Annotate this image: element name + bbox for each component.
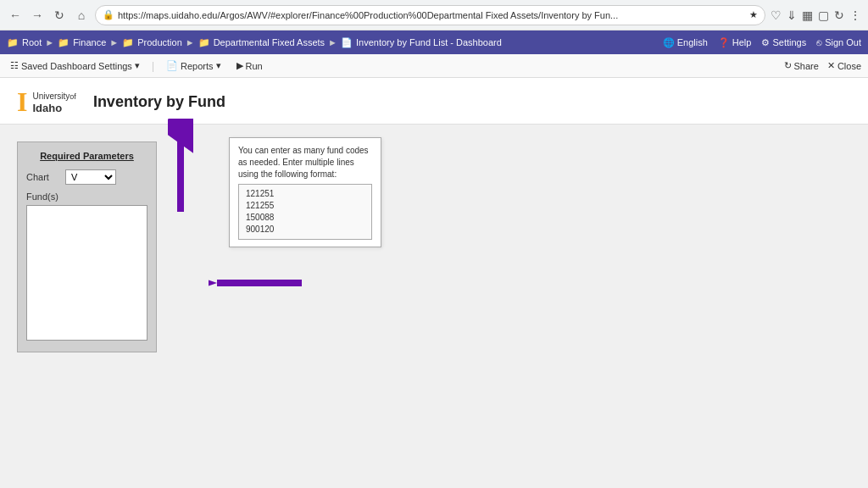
settings-link[interactable]: ⚙ Settings xyxy=(761,37,806,48)
breadcrumb-dept-fixed[interactable]: 📁 Departmental Fixed Assets xyxy=(198,37,325,48)
browser-icons: ♡ ⇓ ▦ ▢ ↻ ⋮ xyxy=(771,8,861,22)
chart-select[interactable]: V xyxy=(65,169,116,185)
signout-icon: ⎋ xyxy=(816,37,822,47)
run-button[interactable]: ▶ Run xyxy=(233,58,266,73)
home-button[interactable]: ⌂ xyxy=(73,7,90,24)
university-label: University xyxy=(32,92,70,101)
breadcrumb-sep-4: ► xyxy=(328,37,337,47)
reports-button[interactable]: 📄 Reports ▾ xyxy=(163,58,225,73)
tab-icon[interactable]: ▢ xyxy=(818,8,829,22)
nav-right: 🌐 English ❓ Help ⚙ Settings ⎋ Sign Out xyxy=(663,37,861,48)
address-bar[interactable]: 🔒 https://maps.uidaho.edu/Argos/AWV/#exp… xyxy=(95,5,765,25)
app-navbar: 📁 Root ► 📁 Finance ► 📁 Production ► 📁 De… xyxy=(0,30,868,54)
folder-icon-3: 📁 xyxy=(122,37,134,48)
breadcrumb-sep-1: ► xyxy=(45,37,54,47)
arrow-left-indicator xyxy=(209,273,302,293)
signout-label: Sign Out xyxy=(825,37,861,47)
signout-link[interactable]: ⎋ Sign Out xyxy=(816,37,861,47)
gear-icon: ⚙ xyxy=(761,37,770,48)
code-1: 121251 xyxy=(246,188,364,200)
refresh-button[interactable]: ↻ xyxy=(51,7,68,24)
funds-textarea[interactable] xyxy=(26,205,147,341)
help-label: Help xyxy=(732,37,752,47)
university-logo: I Universityof Idaho xyxy=(17,88,76,115)
tooltip-box: You can enter as many fund codes as need… xyxy=(229,137,381,247)
toolbar: ☷ Saved Dashboard Settings ▾ | 📄 Reports… xyxy=(0,54,868,78)
globe-icon: 🌐 xyxy=(663,37,675,48)
breadcrumb-inventory-label: Inventory by Fund List - Dashboard xyxy=(356,37,502,47)
share-label: Share xyxy=(794,61,819,71)
english-label: English xyxy=(677,37,708,47)
reports-label: Reports xyxy=(181,61,214,71)
english-link[interactable]: 🌐 English xyxy=(663,37,708,48)
close-label: Close xyxy=(837,61,861,71)
breadcrumb-sep-2: ► xyxy=(109,37,119,47)
reload-icon[interactable]: ↻ xyxy=(834,8,844,22)
logo-text: Universityof Idaho xyxy=(32,89,75,114)
dropdown-icon: ▾ xyxy=(135,60,140,71)
breadcrumb-finance-label: Finance xyxy=(73,37,106,47)
url-text: https://maps.uidaho.edu/Argos/AWV/#explo… xyxy=(118,10,618,20)
arrow-up-indicator xyxy=(168,119,193,212)
chart-label: Chart xyxy=(26,172,60,182)
breadcrumb-root-label: Root xyxy=(22,37,42,47)
breadcrumb-production[interactable]: 📁 Production xyxy=(122,37,182,48)
folder-icon: 📁 xyxy=(7,37,19,48)
close-button[interactable]: ✕ Close xyxy=(827,60,861,71)
settings-label: Settings xyxy=(772,37,806,47)
breadcrumb-root[interactable]: 📁 Root xyxy=(7,37,42,48)
toolbar-right: ↻ Share ✕ Close xyxy=(784,60,861,71)
main-content: I Universityof Idaho Inventory by Fund R… xyxy=(0,78,868,488)
content-area: Required Parameters Chart V Fund(s) xyxy=(0,125,868,369)
forward-button[interactable]: → xyxy=(29,7,46,24)
folder-icon-4: 📁 xyxy=(198,37,210,48)
run-label: Run xyxy=(246,61,263,71)
doc-icon: 📄 xyxy=(341,37,353,48)
share-button[interactable]: ↻ Share xyxy=(784,60,819,71)
browser-toolbar: ← → ↻ ⌂ 🔒 https://maps.uidaho.edu/Argos/… xyxy=(0,0,868,30)
tooltip-text: You can enter as many fund codes as need… xyxy=(238,145,372,180)
breadcrumb-inventory[interactable]: 📄 Inventory by Fund List - Dashboard xyxy=(341,37,502,48)
reports-dropdown-icon: ▾ xyxy=(216,60,221,71)
menu-icon[interactable]: ⋮ xyxy=(849,8,861,22)
breadcrumb-finance[interactable]: 📁 Finance xyxy=(58,37,106,48)
star-icon: ★ xyxy=(749,9,758,20)
chart-param-row: Chart V xyxy=(26,169,147,185)
idaho-label: Idaho xyxy=(32,102,62,114)
tooltip-codes: 121251 121255 150088 900120 xyxy=(238,184,372,240)
run-icon: ▶ xyxy=(236,60,243,71)
report-icon: 📄 xyxy=(166,60,178,71)
help-icon: ❓ xyxy=(718,37,730,48)
funds-label: Fund(s) xyxy=(26,191,147,202)
share-icon: ↻ xyxy=(784,60,792,71)
page-title: Inventory by Fund xyxy=(93,93,225,111)
funds-row: Fund(s) xyxy=(26,191,147,343)
breadcrumb-dept-label: Departmental Fixed Assets xyxy=(214,37,325,47)
toolbar-divider-1: | xyxy=(152,60,154,72)
help-link[interactable]: ❓ Help xyxy=(718,37,752,48)
code-2: 121255 xyxy=(246,200,364,212)
code-3: 150088 xyxy=(246,212,364,224)
breadcrumb-production-label: Production xyxy=(137,37,182,47)
lock-icon: 🔒 xyxy=(103,9,114,20)
of-label: of xyxy=(70,92,76,101)
params-panel: Required Parameters Chart V Fund(s) xyxy=(17,141,157,352)
folder-icon-2: 📁 xyxy=(58,37,70,48)
download-icon[interactable]: ⇓ xyxy=(787,8,797,22)
grid-icon: ☷ xyxy=(10,60,19,71)
saved-dashboard-label: Saved Dashboard Settings xyxy=(21,61,132,71)
params-title: Required Parameters xyxy=(26,151,147,161)
back-button[interactable]: ← xyxy=(7,7,24,24)
page-header: I Universityof Idaho Inventory by Fund xyxy=(0,78,868,125)
breadcrumb-sep-3: ► xyxy=(186,37,195,47)
code-4: 900120 xyxy=(246,224,364,236)
extensions-icon[interactable]: ▦ xyxy=(802,8,813,22)
close-icon: ✕ xyxy=(827,60,835,71)
bookmark-icon[interactable]: ♡ xyxy=(771,8,782,22)
saved-dashboard-button[interactable]: ☷ Saved Dashboard Settings ▾ xyxy=(7,58,143,73)
logo-I-letter: I xyxy=(17,88,27,115)
